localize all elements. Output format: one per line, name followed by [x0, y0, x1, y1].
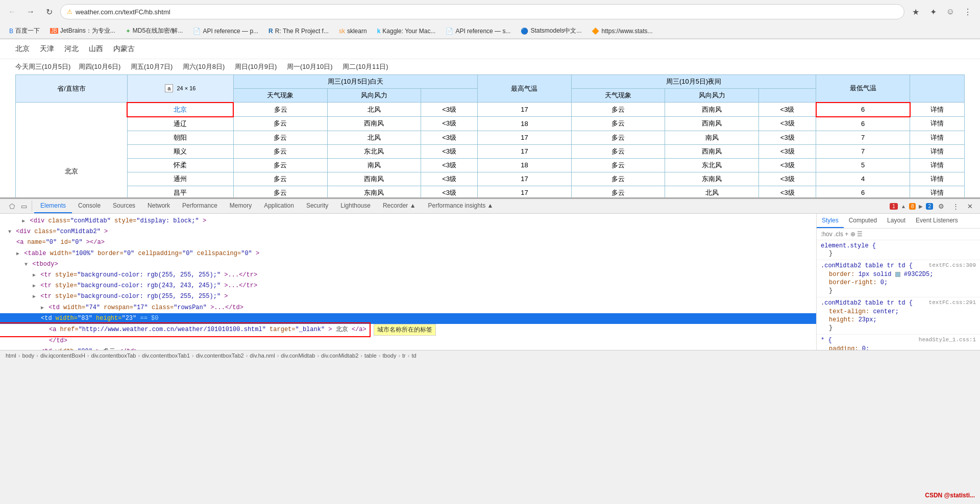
nav-hebei[interactable]: 河北: [64, 42, 79, 56]
cell-city-tongzhou[interactable]: 通州: [127, 172, 233, 186]
styles-filter-input[interactable]: [821, 231, 976, 238]
html-line-4: ▶ <table width="100%" border="0" cellpad…: [0, 248, 816, 259]
tab-security[interactable]: Security: [300, 199, 334, 213]
styles-tab-computed[interactable]: Computed: [844, 214, 882, 228]
header-daytime: 周三(10月5日)白天: [233, 75, 477, 89]
nav-shanxi[interactable]: 山西: [89, 42, 103, 56]
date-tab-thu[interactable]: 周四(10月6日): [79, 63, 120, 70]
breadcrumb-div-hanml[interactable]: div.ha.nml: [248, 352, 276, 359]
cell-detail-2[interactable]: 详情: [910, 117, 965, 131]
tab-elements[interactable]: Elements: [34, 199, 72, 213]
cell-day-weather-6: 多云: [233, 172, 327, 186]
cell-city-changping[interactable]: 昌平: [127, 186, 233, 197]
breadcrumb-tr[interactable]: tr: [401, 352, 407, 359]
nav-neimenggu[interactable]: 内蒙古: [113, 42, 135, 56]
menu-icon[interactable]: ⋮: [961, 5, 975, 19]
date-tab-today[interactable]: 今天周三(10月5日): [15, 63, 70, 70]
cell-detail-6[interactable]: 详情: [910, 172, 965, 186]
breadcrumb-td[interactable]: td: [410, 352, 418, 359]
tab-performance-insights[interactable]: Performance insights ▲: [422, 199, 500, 213]
bookmark-sklearn[interactable]: sk sklearn: [335, 26, 371, 36]
date-tab-sat[interactable]: 周六(10月8日): [183, 63, 225, 70]
cell-night-wind-level-5: <3级: [759, 158, 816, 172]
date-tab-tue[interactable]: 周二(10月11日): [342, 63, 388, 70]
cell-city-tongliao[interactable]: 通辽: [127, 117, 233, 131]
css-prop-text-align: text-align: center;: [821, 308, 976, 316]
more-options-icon[interactable]: ⋮: [949, 200, 962, 212]
styles-filter-bar: [817, 229, 980, 240]
extensions-icon[interactable]: ✦: [926, 5, 940, 19]
back-button[interactable]: ←: [5, 5, 19, 19]
breadcrumb-table[interactable]: table: [363, 352, 378, 359]
reload-button[interactable]: ↻: [42, 5, 56, 19]
breadcrumb-body[interactable]: body: [20, 352, 36, 359]
bookmark-star-icon[interactable]: ★: [909, 5, 923, 19]
tab-lighthouse[interactable]: Lighthouse: [334, 199, 377, 213]
cell-low-temp-7: 6: [816, 186, 910, 197]
cell-detail-1[interactable]: 详情: [910, 103, 965, 117]
styles-tab-event-listeners[interactable]: Event Listeners: [911, 214, 963, 228]
close-devtools-icon[interactable]: ✕: [964, 200, 976, 212]
date-tab-fri[interactable]: 周五(10月7日): [131, 63, 173, 70]
date-tabs: 今天周三(10月5日) 周四(10月6日) 周五(10月7日) 周六(10月8日…: [0, 59, 980, 71]
breadcrumb-html[interactable]: html: [4, 352, 18, 359]
bookmark-r[interactable]: R R: The R Project f...: [264, 26, 333, 36]
city-link-beijing[interactable]: 北京: [174, 106, 187, 113]
cell-city-huairou[interactable]: 怀柔: [127, 158, 233, 172]
forward-button[interactable]: →: [23, 5, 38, 19]
breadcrumb-div-contenttab2[interactable]: div.contentboxTab2: [194, 352, 246, 359]
inspect-element-icon[interactable]: ⬠: [6, 200, 17, 212]
cell-detail-5[interactable]: 详情: [910, 158, 965, 172]
nav-beijing[interactable]: 北京: [15, 42, 30, 56]
css-prop-border-right: border-right: 0;: [821, 279, 976, 287]
settings-icon[interactable]: ⚙: [935, 200, 947, 212]
date-tab-mon[interactable]: 周一(10月10日): [287, 63, 333, 70]
tab-sources[interactable]: Sources: [107, 199, 141, 213]
tab-console[interactable]: Console: [72, 199, 107, 213]
cell-detail-3[interactable]: 详情: [910, 131, 965, 144]
cell-city-beijing[interactable]: 北京: [127, 103, 233, 117]
html-line-selected-td[interactable]: <td width="83" height="23" == $0: [0, 313, 816, 324]
breadcrumb-tbody[interactable]: tbody: [381, 352, 398, 359]
styles-tab-layout[interactable]: Layout: [882, 214, 911, 228]
bookmark-api1[interactable]: 📄 API reference — p...: [189, 26, 262, 36]
tab-recorder[interactable]: Recorder ▲: [377, 199, 422, 213]
bookmark-kaggle[interactable]: k Kaggle: Your Mac...: [373, 26, 440, 36]
cell-day-wind-level-6: <3级: [421, 172, 478, 186]
cell-day-wind-dir-5: 南风: [327, 158, 421, 172]
bookmark-md5[interactable]: ✦ MD5在线加密/解...: [121, 25, 187, 37]
bookmark-stats[interactable]: 🔶 https://www.stats...: [587, 26, 656, 36]
bookmark-icon-stats: 🔶: [592, 28, 599, 35]
cell-detail-4[interactable]: 详情: [910, 144, 965, 158]
bookmark-api2[interactable]: 📄 API reference — s...: [442, 26, 514, 36]
bookmark-baidu[interactable]: B 百度一下: [5, 25, 44, 37]
breadcrumb-div-conmidtab2[interactable]: div.conMidtab2: [320, 352, 360, 359]
bookmark-icon-sklearn: sk: [339, 28, 345, 35]
breadcrumb-div-contenttab[interactable]: div.contentboxTab: [90, 352, 138, 359]
cell-city-shunyi[interactable]: 顺义: [127, 144, 233, 158]
nav-tianjin[interactable]: 天津: [40, 42, 54, 56]
date-tab-sun[interactable]: 周日(10月9日): [235, 63, 277, 70]
breadcrumb-div-contenttab1[interactable]: div.contentboxTab1: [140, 352, 191, 359]
css-source-3: headStyle_1.css:1: [919, 337, 976, 345]
cell-low-temp-4: 7: [816, 144, 910, 158]
weather-table-container: 省/直辖市 a 24 × 16 周三(10月5日)白天 最高气温 周三(10月5…: [0, 71, 980, 197]
cell-city-chaoyang[interactable]: 朝阳: [127, 131, 233, 144]
profile-icon[interactable]: ☺: [943, 5, 958, 19]
cell-detail-7[interactable]: 详情: [910, 186, 965, 197]
css-prop-close-2: }: [821, 324, 976, 332]
tab-application[interactable]: Application: [258, 199, 300, 213]
bookmark-statsmodels[interactable]: 🔵 Statsmodels中文...: [517, 25, 585, 37]
breadcrumb-div-iq[interactable]: div.iqcontentBoxH: [39, 352, 87, 359]
bookmark-jetbrains[interactable]: JB JetBrains：为专业...: [46, 25, 119, 37]
breadcrumb-div-conmidtab[interactable]: div.conMidtab: [279, 352, 316, 359]
tab-performance[interactable]: Performance: [176, 199, 224, 213]
css-rule-selector-row3: * { headStyle_1.css:1: [821, 337, 976, 345]
tab-memory[interactable]: Memory: [224, 199, 258, 213]
css-rule-element-style: element.style { }: [817, 240, 980, 260]
device-toggle-icon[interactable]: ▭: [18, 200, 30, 212]
styles-tab-styles[interactable]: Styles: [817, 214, 844, 228]
address-bar[interactable]: ⚠ weather.com.cn/textFC/hb.shtml: [60, 4, 904, 19]
bookmark-icon-jetbrains: JB: [50, 28, 58, 34]
tab-network[interactable]: Network: [141, 199, 176, 213]
